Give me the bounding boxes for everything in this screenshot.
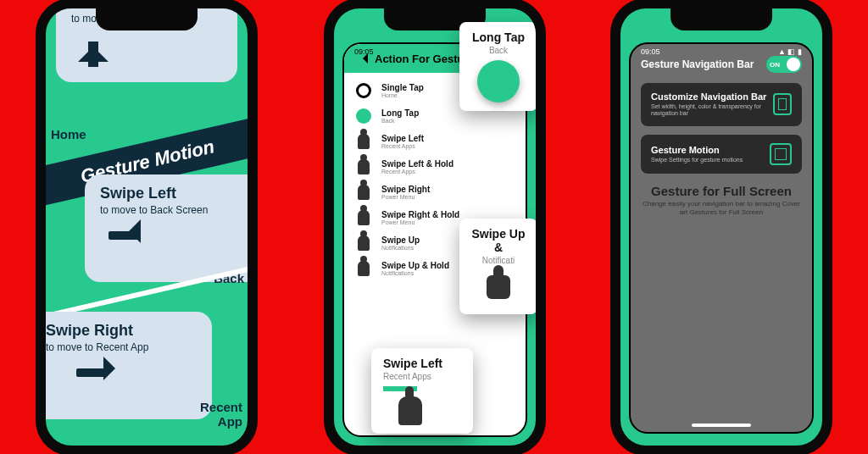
popup-long-tap: Long Tap Back bbox=[459, 22, 537, 111]
status-bar: 09:05 ▲ ◧ ▮ bbox=[641, 47, 802, 56]
swipe-left-title: Swipe Left bbox=[100, 185, 248, 202]
popup-sub: Notificati bbox=[471, 256, 526, 265]
swipe-hold-icon bbox=[358, 210, 370, 225]
swipe-hold-icon bbox=[358, 261, 370, 276]
card-customize-navbar[interactable]: Customize Navigation Bar Set width, heig… bbox=[641, 83, 802, 126]
list-item[interactable]: Swipe LeftRecent Apps bbox=[354, 129, 515, 154]
hint-home: Home bbox=[51, 127, 86, 141]
arrow-left-icon bbox=[100, 231, 141, 272]
app-store-screenshots: Swipe Up to move to Home Screen Home Ges… bbox=[0, 0, 868, 454]
swipe-icon bbox=[358, 235, 370, 251]
screen-settings: 09:05 ▲ ◧ ▮ Gesture Navigation Bar ON Cu… bbox=[620, 8, 822, 446]
status-time: 09:05 bbox=[354, 47, 374, 56]
phone-notch bbox=[96, 8, 198, 30]
swipe-hold-icon bbox=[358, 159, 370, 174]
long-tap-icon bbox=[356, 108, 371, 124]
hint-recent: Recent App bbox=[192, 400, 242, 429]
gesture-icon bbox=[770, 143, 792, 165]
screen-action-list: 09:05 ▲ ◧ ▮ Action For Gesture Single Ta… bbox=[334, 8, 536, 446]
arrow-right-icon bbox=[80, 368, 120, 409]
popup-sub: Back bbox=[471, 46, 526, 55]
card-gesture-motion[interactable]: Gesture Motion Swipe Settings for gestur… bbox=[641, 135, 802, 174]
navbar-icon bbox=[773, 93, 792, 115]
card-sub: Swipe Settings for gesture motions bbox=[651, 157, 743, 163]
phone-mockup-3: 09:05 ▲ ◧ ▮ Gesture Navigation Bar ON Cu… bbox=[610, 0, 832, 454]
swipe-up-hand-icon bbox=[481, 269, 515, 302]
phone-mockup-1: Swipe Up to move to Home Screen Home Ges… bbox=[36, 0, 258, 454]
fullscreen-sub: Change easily your navigation bar to ama… bbox=[641, 200, 802, 218]
settings-toggle-row: Gesture Navigation Bar ON bbox=[641, 56, 802, 73]
card-title: Customize Navigation Bar bbox=[651, 91, 773, 102]
popup-title: Swipe Up & bbox=[471, 227, 526, 254]
popup-swipe-left: Swipe Left Recent Apps bbox=[371, 348, 473, 434]
hand-icon bbox=[398, 396, 422, 425]
toggle-switch[interactable]: ON bbox=[766, 56, 802, 73]
card-swipe-left: Swipe Left to move to Back Screen bbox=[85, 174, 248, 282]
card-title: Gesture Motion bbox=[651, 145, 743, 155]
popup-swipe-up: Swipe Up & Notificati bbox=[459, 219, 537, 314]
popup-sub: Recent Apps bbox=[383, 372, 461, 381]
screen-gesture-tutorial: Swipe Up to move to Home Screen Home Ges… bbox=[46, 8, 248, 446]
toggle-label: Gesture Navigation Bar bbox=[641, 58, 754, 70]
swipe-icon bbox=[358, 185, 370, 200]
swipe-icon bbox=[358, 134, 370, 149]
list-item[interactable]: Swipe RightPower Menu bbox=[354, 180, 515, 205]
phone-mockup-2: 09:05 ▲ ◧ ▮ Action For Gesture Single Ta… bbox=[324, 0, 546, 454]
popup-title: Long Tap bbox=[471, 30, 526, 44]
popup-title: Swipe Left bbox=[383, 357, 461, 370]
home-indicator bbox=[692, 424, 751, 427]
swipe-right-title: Swipe Right bbox=[46, 322, 197, 340]
card-swipe-right: Swipe Right to move to Recent App bbox=[46, 312, 212, 419]
swipe-left-sub: to move to Back Screen bbox=[100, 204, 248, 216]
swipe-right-sub: to move to Recent App bbox=[46, 341, 197, 353]
long-tap-circle-icon bbox=[477, 60, 520, 102]
fullscreen-title: Gesture for Full Screen bbox=[641, 184, 802, 198]
status-icons: ▲ ◧ ▮ bbox=[778, 47, 802, 56]
card-sub: Set width, height, color & transparency … bbox=[651, 103, 773, 118]
arrow-up-icon bbox=[71, 31, 112, 72]
single-tap-icon bbox=[356, 83, 371, 98]
phone-notch bbox=[670, 8, 772, 30]
list-item[interactable]: Swipe Left & HoldRecent Apps bbox=[354, 154, 515, 180]
status-time: 09:05 bbox=[641, 47, 660, 56]
inner-app-window: 09:05 ▲ ◧ ▮ Gesture Navigation Bar ON Cu… bbox=[629, 42, 814, 434]
